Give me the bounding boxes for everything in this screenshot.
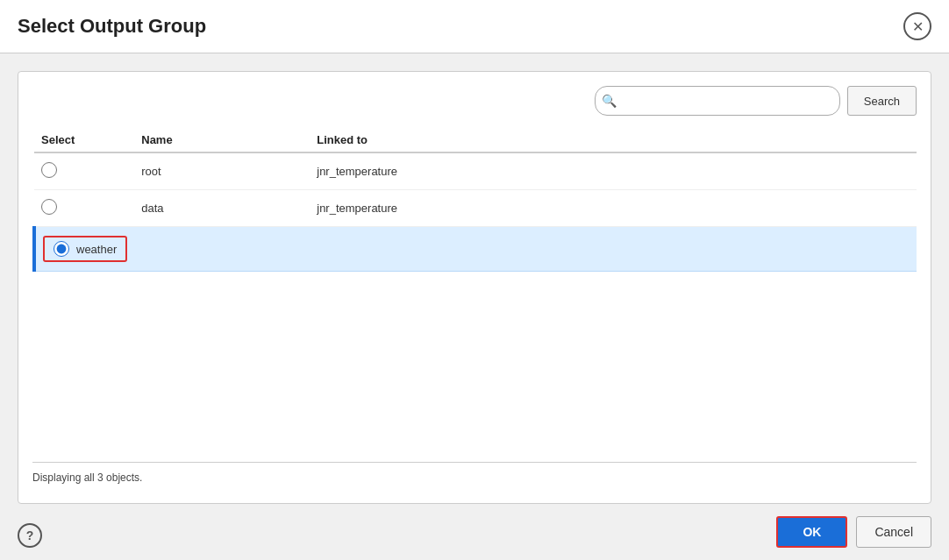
row-3-radio[interactable] [54, 241, 69, 257]
help-icon: ? [26, 528, 34, 542]
table-header-row: Select Name Linked to [34, 128, 917, 152]
inner-panel: 🔍 Search Select Name Linked to [18, 71, 931, 504]
row-2-select-cell [34, 190, 134, 227]
help-button[interactable]: ? [18, 523, 42, 548]
ok-button[interactable]: OK [776, 516, 847, 548]
row-1-select-cell [34, 152, 134, 190]
col-name: Name [134, 128, 310, 152]
cancel-button[interactable]: Cancel [856, 516, 931, 548]
close-icon: ✕ [912, 18, 924, 35]
table-row-selected: weather [34, 227, 917, 272]
row-3-name-label: weather [76, 243, 117, 256]
row-2-name: data [134, 190, 310, 227]
row-2-radio[interactable] [41, 199, 57, 215]
search-button[interactable]: Search [847, 86, 917, 116]
search-icon: 🔍 [602, 94, 617, 108]
footer-status: Displaying all 3 objects. [32, 462, 917, 489]
selected-cell-highlight: weather [43, 236, 127, 262]
row-1-name: root [134, 152, 310, 190]
row-3-name [134, 227, 310, 272]
row-2-linked-to: jnr_temperature [310, 190, 917, 227]
output-group-table: Select Name Linked to root jnr_temperatu… [32, 128, 917, 272]
row-1-radio[interactable] [41, 162, 57, 178]
search-row: 🔍 Search [32, 86, 917, 116]
dialog-title: Select Output Group [18, 15, 206, 38]
search-input-wrapper: 🔍 [595, 86, 840, 116]
status-text: Displaying all 3 objects. [32, 471, 142, 484]
dialog: Select Output Group ✕ 🔍 Search Select Na [0, 0, 949, 560]
search-input[interactable] [595, 86, 840, 116]
col-select: Select [34, 128, 134, 152]
dialog-footer: OK Cancel [0, 504, 949, 560]
table-body: root jnr_temperature data jnr_temperatur… [34, 152, 917, 272]
dialog-header: Select Output Group ✕ [0, 0, 949, 53]
row-3-select-cell: weather [34, 227, 134, 272]
row-3-linked-to [310, 227, 917, 272]
table-row: root jnr_temperature [34, 152, 917, 190]
table-row: data jnr_temperature [34, 190, 917, 227]
table-container: Select Name Linked to root jnr_temperatu… [32, 128, 917, 455]
table-header: Select Name Linked to [34, 128, 917, 152]
close-button[interactable]: ✕ [903, 12, 931, 40]
row-1-linked-to: jnr_temperature [310, 152, 917, 190]
col-linked-to: Linked to [310, 128, 917, 152]
dialog-body: 🔍 Search Select Name Linked to [0, 53, 949, 504]
